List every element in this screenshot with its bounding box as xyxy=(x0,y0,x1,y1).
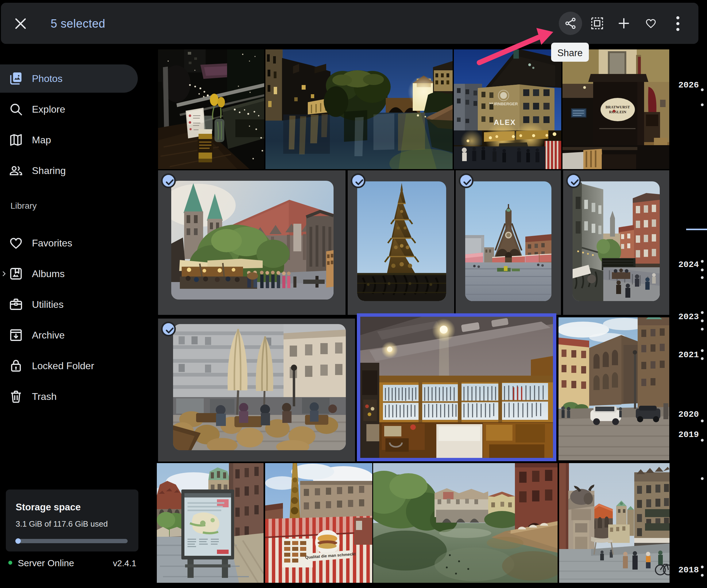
svg-text:ROSLEIN: ROSLEIN xyxy=(609,110,626,114)
svg-text:BRATWURST: BRATWURST xyxy=(605,105,630,109)
svg-text:NURNBERGER: NURNBERGER xyxy=(489,102,518,106)
